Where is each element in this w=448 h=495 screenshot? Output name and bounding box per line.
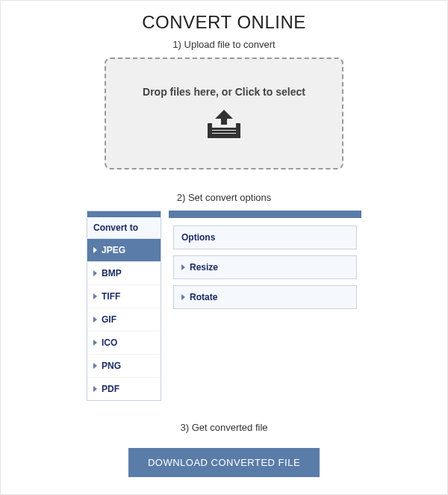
- option-rotate[interactable]: Rotate: [173, 285, 357, 309]
- svg-rect-0: [208, 134, 240, 138]
- options-panel: Options ResizeRotate: [169, 211, 361, 315]
- svg-rect-2: [236, 123, 240, 138]
- options-header: Options: [173, 225, 357, 249]
- format-item-pdf[interactable]: PDF: [87, 378, 161, 400]
- upload-icon: [203, 108, 245, 141]
- svg-marker-5: [215, 110, 233, 125]
- step-2-label: 2) Set convert options: [1, 192, 447, 203]
- format-list: JPEGBMPTIFFGIFICOPNGPDF: [87, 239, 161, 400]
- format-label: PNG: [102, 361, 121, 371]
- format-label: TIFF: [102, 291, 120, 302]
- caret-right-icon: [93, 293, 97, 299]
- caret-right-icon: [181, 294, 185, 300]
- options-topbar: [169, 211, 361, 218]
- dropzone-text: Drop files here, or Click to select: [143, 86, 305, 98]
- format-label: PDF: [102, 384, 119, 394]
- format-label: BMP: [102, 268, 122, 278]
- panel-topbar: [87, 211, 161, 217]
- upload-dropzone[interactable]: Drop files here, or Click to select: [105, 57, 343, 169]
- options-header-label: Options: [181, 232, 215, 243]
- convert-to-header: Convert to: [87, 217, 161, 239]
- caret-right-icon: [93, 386, 97, 392]
- download-button[interactable]: DOWNLOAD CONVERTED FILE: [128, 448, 320, 477]
- format-item-jpeg[interactable]: JPEG: [87, 239, 161, 262]
- format-item-bmp[interactable]: BMP: [87, 262, 161, 285]
- option-label: Rotate: [190, 292, 217, 302]
- caret-right-icon: [93, 340, 97, 346]
- format-item-png[interactable]: PNG: [87, 355, 161, 378]
- step-3-label: 3) Get converted file: [1, 422, 447, 433]
- format-label: GIF: [102, 314, 116, 325]
- convert-to-panel: Convert to JPEGBMPTIFFGIFICOPNGPDF: [87, 211, 161, 401]
- page-title: CONVERT ONLINE: [1, 12, 447, 33]
- caret-right-icon: [93, 363, 97, 369]
- format-item-gif[interactable]: GIF: [87, 308, 161, 331]
- caret-right-icon: [93, 247, 97, 253]
- step-1-label: 1) Upload file to convert: [1, 39, 447, 50]
- caret-right-icon: [93, 317, 97, 323]
- format-label: JPEG: [102, 245, 125, 255]
- format-item-ico[interactable]: ICO: [87, 331, 161, 355]
- option-resize[interactable]: Resize: [173, 255, 357, 279]
- svg-rect-4: [212, 131, 236, 133]
- svg-rect-1: [208, 123, 212, 138]
- caret-right-icon: [93, 270, 97, 276]
- caret-right-icon: [181, 264, 185, 270]
- format-item-tiff[interactable]: TIFF: [87, 285, 161, 308]
- option-label: Resize: [190, 262, 218, 273]
- svg-rect-3: [212, 128, 236, 130]
- format-label: ICO: [102, 337, 117, 348]
